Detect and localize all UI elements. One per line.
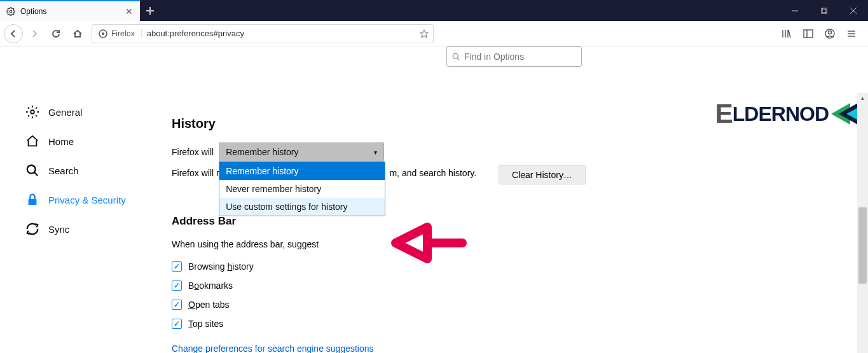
- svg-point-8: [829, 31, 832, 34]
- chevron-down-icon: ▾: [374, 149, 377, 156]
- library-button[interactable]: [776, 24, 797, 44]
- sidebar-item-home[interactable]: Home: [25, 127, 159, 156]
- bookmark-button[interactable]: [415, 29, 433, 38]
- home-icon: [25, 134, 39, 148]
- sidebar-item-label: Home: [48, 136, 74, 147]
- preferences-main: History Firefox will Remember history ▾ …: [172, 46, 868, 353]
- svg-marker-5: [420, 30, 428, 38]
- home-button[interactable]: [67, 24, 88, 44]
- history-mode-selected: Remember history: [226, 147, 298, 157]
- history-section: History Firefox will Remember history ▾ …: [172, 116, 868, 178]
- history-label: Firefox will: [172, 147, 214, 157]
- search-icon: [25, 163, 39, 177]
- menu-button[interactable]: [841, 24, 862, 44]
- checkbox-open-tabs[interactable]: ✓ Open tabs: [172, 295, 868, 314]
- arrow-right-icon: [29, 29, 39, 39]
- svg-rect-1: [821, 9, 826, 14]
- tab-bar: Options ✕: [0, 0, 868, 21]
- clear-history-button[interactable]: Clear History…: [499, 165, 586, 184]
- preferences-sidebar: General Home Search Privacy & Security S…: [25, 97, 159, 244]
- address-bar-heading: Address Bar: [172, 215, 868, 228]
- url-input[interactable]: [142, 29, 415, 38]
- scroll-up-icon[interactable]: ▲: [857, 93, 868, 104]
- checkbox-browsing-history[interactable]: ✓ Browsing history: [172, 257, 868, 276]
- svg-point-0: [10, 10, 12, 13]
- address-bar-subtitle: When using the address bar, suggest: [172, 239, 868, 249]
- back-button[interactable]: [4, 24, 23, 43]
- sync-icon: [25, 222, 39, 236]
- svg-point-9: [31, 110, 34, 114]
- close-window-button[interactable]: [839, 0, 868, 21]
- gear-icon: [6, 7, 15, 16]
- checkbox-label: Bookmarks: [188, 280, 233, 291]
- account-button[interactable]: [820, 24, 840, 44]
- history-option-remember[interactable]: Remember history: [219, 162, 385, 180]
- svg-point-4: [102, 32, 104, 35]
- plus-icon: [146, 6, 155, 15]
- search-suggestions-link[interactable]: Change preferences for search engine sug…: [172, 343, 868, 353]
- checkbox-label: Open tabs: [188, 300, 230, 310]
- maximize-button[interactable]: [809, 0, 839, 21]
- sidebar-item-label: Sync: [48, 224, 69, 235]
- sidebar-item-label: General: [48, 107, 82, 118]
- find-in-options[interactable]: [446, 46, 582, 67]
- reload-button[interactable]: [46, 24, 66, 44]
- library-icon: [782, 29, 792, 39]
- reload-icon: [51, 29, 61, 39]
- star-icon: [420, 29, 429, 38]
- tab-title: Options: [20, 7, 120, 16]
- arrow-left-icon: [8, 29, 18, 39]
- history-option-custom[interactable]: Use custom settings for history: [219, 198, 385, 216]
- window-controls: [780, 0, 868, 21]
- checkbox-label: Top sites: [188, 319, 223, 329]
- browser-tab[interactable]: Options ✕: [0, 0, 140, 21]
- checkbox-icon: ✓: [172, 300, 182, 310]
- checkbox-label: Browsing history: [188, 261, 254, 272]
- firefox-icon: [99, 29, 107, 38]
- address-bar-section: Address Bar When using the address bar, …: [172, 215, 868, 353]
- hamburger-icon: [846, 29, 857, 39]
- checkbox-icon: ✓: [172, 280, 182, 291]
- svg-rect-6: [804, 30, 813, 38]
- svg-rect-11: [29, 199, 37, 205]
- url-bar[interactable]: Firefox: [92, 24, 434, 43]
- checkbox-icon: ✓: [172, 319, 182, 329]
- checkbox-bookmarks[interactable]: ✓ Bookmarks: [172, 276, 868, 295]
- sidebar-button[interactable]: [798, 24, 818, 44]
- new-tab-button[interactable]: [140, 1, 160, 21]
- checkbox-top-sites[interactable]: ✓ Top sites: [172, 314, 868, 333]
- search-icon: [452, 53, 460, 61]
- preferences-page: General Home Search Privacy & Security S…: [0, 46, 868, 353]
- svg-point-10: [27, 165, 36, 174]
- account-icon: [825, 29, 835, 39]
- sidebar-item-sync[interactable]: Sync: [25, 214, 159, 244]
- forward-button[interactable]: [24, 24, 45, 44]
- scrollbar[interactable]: ▲ ▼: [857, 93, 868, 353]
- minimize-button[interactable]: [780, 0, 809, 21]
- nav-bar: Firefox: [0, 21, 868, 46]
- checkbox-icon: ✓: [172, 261, 182, 272]
- lock-icon: [25, 193, 39, 207]
- sidebar-icon: [803, 29, 813, 39]
- home-icon: [72, 29, 83, 39]
- history-mode-select[interactable]: Remember history ▾ Remember history Neve…: [219, 142, 384, 162]
- sidebar-item-search[interactable]: Search: [25, 156, 159, 185]
- sidebar-item-general[interactable]: General: [25, 97, 159, 127]
- sidebar-item-label: Privacy & Security: [48, 195, 126, 205]
- sidebar-item-label: Search: [48, 165, 79, 176]
- history-heading: History: [172, 116, 868, 131]
- find-input[interactable]: [464, 52, 576, 62]
- url-identity-label: Firefox: [111, 29, 135, 38]
- close-icon[interactable]: ✕: [125, 7, 134, 16]
- history-option-never[interactable]: Never remember history: [219, 180, 385, 198]
- history-mode-dropdown: Remember history Never remember history …: [219, 162, 385, 216]
- gear-icon: [25, 105, 39, 119]
- history-description-prefix: Firefox will r: [172, 168, 219, 178]
- svg-rect-2: [822, 8, 827, 13]
- history-description-suffix: m, and search history.: [389, 168, 476, 178]
- scroll-thumb[interactable]: [858, 207, 867, 284]
- sidebar-item-privacy[interactable]: Privacy & Security: [25, 185, 159, 214]
- url-identity[interactable]: Firefox: [92, 29, 142, 38]
